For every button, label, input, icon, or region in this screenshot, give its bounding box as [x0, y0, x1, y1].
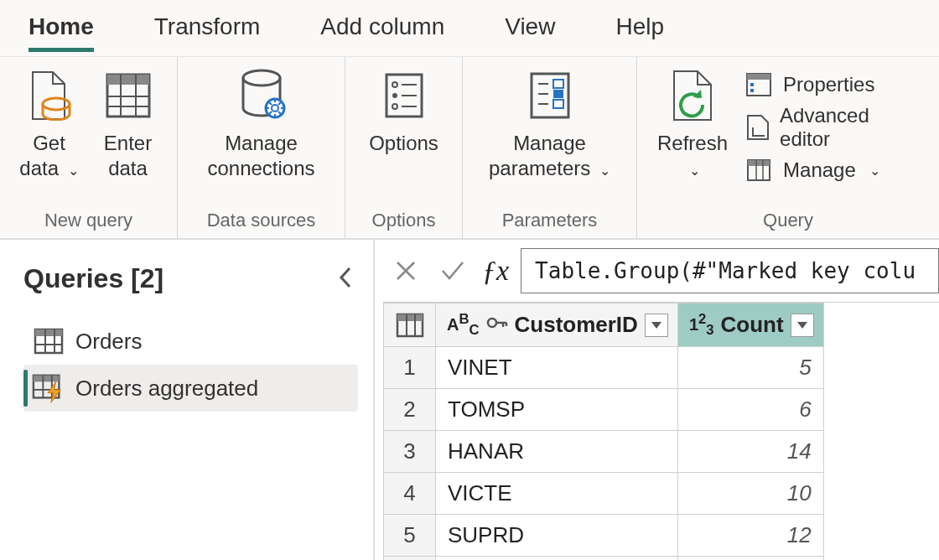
cell-count[interactable]: 8: [677, 557, 823, 561]
table-icon: [744, 156, 773, 184]
table-row[interactable]: 5SUPRD12: [384, 515, 824, 557]
svg-rect-25: [747, 74, 770, 80]
cell-count[interactable]: 12: [677, 515, 823, 557]
properties-button[interactable]: Properties: [744, 70, 897, 99]
filter-button-count[interactable]: [791, 314, 814, 337]
row-number[interactable]: 3: [384, 431, 436, 473]
accept-formula-button[interactable]: [435, 253, 470, 288]
refresh-icon: [662, 65, 723, 126]
row-number[interactable]: 6: [384, 557, 436, 561]
manage-parameters-button[interactable]: Manageparameters ⌄: [489, 65, 610, 181]
formula-input[interactable]: Table.Group(#"Marked key colu: [521, 248, 939, 293]
group-label-data-sources: Data sources: [178, 210, 345, 238]
query-item-orders-aggregated[interactable]: Orders aggregated: [23, 365, 358, 412]
cell-customerid[interactable]: SUPRD: [436, 515, 678, 557]
get-data-button[interactable]: Getdata ⌄: [19, 65, 80, 181]
cell-count[interactable]: 10: [677, 473, 823, 515]
tab-add-column[interactable]: Add column: [320, 8, 444, 52]
queries-panel-title: Queries [2]: [23, 263, 358, 294]
tab-view[interactable]: View: [505, 8, 555, 52]
tab-transform[interactable]: Transform: [154, 8, 261, 52]
manage-connections-button[interactable]: Manageconnections: [207, 65, 314, 181]
cell-customerid[interactable]: HANAR: [436, 431, 678, 473]
number-type-icon: 123: [689, 311, 714, 339]
svg-rect-26: [750, 83, 754, 86]
table-row[interactable]: 1VINET5: [384, 347, 824, 389]
cell-count[interactable]: 6: [677, 389, 823, 431]
column-header-count[interactable]: 123 Count: [679, 311, 822, 339]
fx-label: ƒx: [482, 255, 509, 287]
parameters-icon: [520, 65, 580, 126]
chevron-down-icon: ⌄: [689, 163, 700, 178]
svg-rect-23: [553, 100, 563, 108]
cancel-formula-button[interactable]: [388, 253, 423, 288]
table-corner-button[interactable]: [384, 303, 436, 347]
svg-rect-22: [553, 90, 563, 98]
row-number[interactable]: 2: [384, 389, 436, 431]
tab-help[interactable]: Help: [615, 8, 664, 52]
enter-data-button[interactable]: Enterdata: [98, 65, 158, 181]
table-icon: [32, 324, 65, 358]
queries-panel: Queries [2] Orders Orders aggregated: [0, 240, 375, 560]
row-number[interactable]: 5: [384, 515, 436, 557]
data-grid: ABC CustomerID: [383, 302, 939, 560]
svg-point-46: [488, 319, 496, 327]
table-row[interactable]: 2TOMSP6: [384, 389, 824, 431]
enter-data-icon: [98, 65, 158, 126]
svg-rect-27: [750, 89, 754, 92]
svg-point-13: [392, 93, 397, 98]
cell-customerid[interactable]: TOMSP: [436, 389, 678, 431]
key-icon: [486, 312, 508, 338]
tabs-bar: Home Transform Add column View Help: [0, 0, 939, 57]
chevron-down-icon: ⌄: [68, 163, 79, 178]
options-icon: [374, 65, 434, 126]
chevron-down-icon: ⌄: [599, 163, 610, 178]
get-data-icon: [19, 65, 80, 126]
row-number[interactable]: 1: [384, 347, 436, 389]
svg-rect-2: [107, 75, 149, 85]
svg-point-11: [392, 82, 397, 87]
collapse-panel-button[interactable]: [336, 265, 355, 297]
text-type-icon: ABC: [447, 311, 480, 339]
group-label-parameters: Parameters: [463, 210, 636, 238]
formula-bar: ƒx Table.Group(#"Marked key colu: [375, 240, 939, 302]
table-lightning-icon: [32, 371, 65, 405]
chevron-down-icon: ⌄: [869, 163, 880, 179]
ribbon: Getdata ⌄ Enterdata New query Manageco: [0, 57, 939, 240]
query-item-orders[interactable]: Orders: [23, 318, 358, 365]
refresh-button[interactable]: Refresh⌄: [657, 65, 728, 181]
options-button[interactable]: Options: [369, 65, 438, 156]
properties-icon: [744, 70, 773, 99]
group-label-query: Query: [637, 210, 939, 238]
svg-rect-21: [553, 80, 563, 88]
row-number[interactable]: 4: [384, 473, 436, 515]
tab-home[interactable]: Home: [29, 8, 94, 52]
svg-rect-38: [34, 376, 59, 382]
manage-menu-button[interactable]: Manage ⌄: [744, 156, 897, 184]
group-label-new-query: New query: [0, 210, 177, 238]
table-row[interactable]: 3HANAR14: [384, 431, 824, 473]
filter-button-customerid[interactable]: [645, 314, 668, 337]
advanced-editor-icon: [744, 113, 770, 142]
database-icon: [231, 65, 292, 126]
table-row[interactable]: 6CHOPS8: [384, 557, 824, 561]
svg-rect-33: [35, 329, 62, 336]
cell-count[interactable]: 14: [677, 431, 823, 473]
svg-point-7: [243, 70, 280, 86]
svg-rect-29: [748, 160, 770, 166]
svg-rect-43: [397, 314, 423, 321]
svg-point-15: [392, 104, 397, 109]
cell-count[interactable]: 5: [677, 347, 823, 389]
advanced-editor-button[interactable]: Advanced editor: [744, 104, 897, 151]
svg-point-0: [43, 98, 70, 110]
group-label-options: Options: [345, 210, 462, 238]
table-row[interactable]: 4VICTE10: [384, 473, 824, 515]
column-header-customerid[interactable]: ABC CustomerID: [437, 311, 677, 339]
cell-customerid[interactable]: CHOPS: [436, 557, 678, 561]
cell-customerid[interactable]: VINET: [436, 347, 678, 389]
cell-customerid[interactable]: VICTE: [436, 473, 678, 515]
